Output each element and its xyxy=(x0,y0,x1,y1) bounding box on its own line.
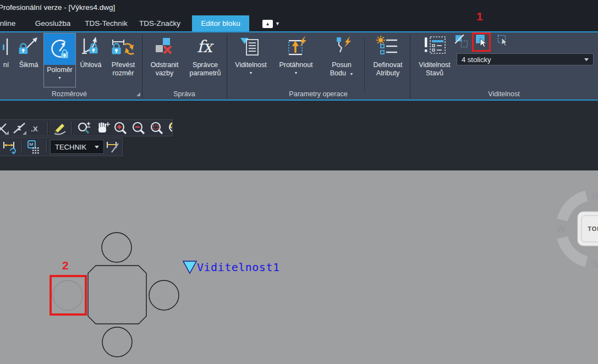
ribbon-button-viditelnost-stavu[interactable]: Viditelnost Stavů xyxy=(412,34,458,87)
group-label-viditelnost: Viditelnost xyxy=(410,90,598,98)
zoom-window-icon[interactable] xyxy=(150,120,164,135)
aligned-dimension-lock-icon xyxy=(17,35,41,58)
visibility-parameter-marker[interactable] xyxy=(183,261,196,273)
view-compass[interactable]: N W S TOP xyxy=(551,183,598,277)
visibility-parameter-label[interactable]: Viditelnost1 xyxy=(197,261,280,274)
application-window: Profesionální verze - [Výkres4.dwg] nlin… xyxy=(0,0,598,364)
zoom-out-icon[interactable] xyxy=(131,120,146,135)
toolbar-separator xyxy=(21,140,23,153)
annotation-step-2: 2 xyxy=(62,259,69,272)
define-attributes-icon xyxy=(375,35,401,58)
ribbon-button-posun-bodu[interactable]: Posun Bodu ▼ xyxy=(321,34,362,87)
hide-objects-button[interactable] xyxy=(455,35,468,50)
menu-tab-tds-znacky[interactable]: TDS-Značky xyxy=(131,15,189,31)
radius-dimension-lock-icon xyxy=(47,37,73,62)
ribbon-button-protahnout[interactable]: Protáhnout ▼ xyxy=(273,34,319,87)
compass-south-label[interactable]: S xyxy=(592,260,598,269)
chevron-down-icon: ▼ xyxy=(275,21,280,26)
sketch-pencil-icon[interactable] xyxy=(53,121,67,135)
mtext-grid-icon[interactable]: M xyxy=(27,140,42,155)
fx-parameters-icon: fx xyxy=(193,35,217,58)
group-label-rozmerove: Rozměrové xyxy=(0,90,139,98)
chair-right-entity[interactable] xyxy=(149,280,179,310)
compass-north-label[interactable]: N xyxy=(592,191,598,201)
ribbon-button-uhlova[interactable]: Úhlová xyxy=(76,34,105,87)
pan-hand-icon[interactable] xyxy=(95,121,110,135)
menu-tab-geosluzba[interactable]: Geoslužba xyxy=(25,15,80,31)
visibility-parameter-icon xyxy=(238,35,264,59)
visibility-state-combo[interactable]: 4 stolicky xyxy=(457,53,594,65)
chevron-down-icon: ▼ xyxy=(249,70,253,75)
ribbon-options-dropdown[interactable]: ▼ xyxy=(275,20,280,28)
window-title: Profesionální verze - [Výkres4.dwg] xyxy=(0,3,115,12)
menu-tab-editor-bloku[interactable]: Editor bloku xyxy=(192,15,249,31)
chevron-down-icon: ▼ xyxy=(294,70,298,75)
button-divider xyxy=(364,37,365,92)
zoom-in-icon[interactable] xyxy=(113,120,128,135)
hide-objects-icon xyxy=(455,35,468,48)
chevron-down-icon xyxy=(584,58,589,61)
ribbon-button-odstranit-vazby[interactable]: Odstranit vazby xyxy=(145,34,184,87)
menu-tab-online[interactable]: nline xyxy=(0,15,20,31)
dimension-edit-icon[interactable] xyxy=(106,140,120,155)
ribbon-button-spravce-parametru[interactable]: fx Správce parametrů xyxy=(184,34,226,87)
svg-text:M: M xyxy=(30,142,34,147)
zoom-previous-icon[interactable] xyxy=(168,120,173,135)
chair-top-entity[interactable] xyxy=(102,233,131,262)
intersection-snap-icon[interactable] xyxy=(0,121,9,135)
ribbon-button-viditelnost[interactable]: Viditelnost ▼ xyxy=(229,34,272,87)
point-filter-icon[interactable]: .X xyxy=(30,121,43,135)
chevron-down-icon: ▼ xyxy=(58,75,62,80)
annotation-box-1 xyxy=(472,32,491,52)
drawing-canvas[interactable]: 2 Viditelnost1 xyxy=(0,170,598,364)
dimension-partial-icon xyxy=(3,36,9,58)
svg-text:.X: .X xyxy=(31,125,38,133)
ribbon-button-polomer[interactable]: Poloměr ▼ xyxy=(43,33,76,87)
group-label-sprava: Správa xyxy=(142,90,227,98)
ribbon-button-sikma[interactable]: Šikmá xyxy=(15,34,42,87)
svg-text:fx: fx xyxy=(197,37,214,56)
chair-left-hidden-entity[interactable] xyxy=(53,280,83,310)
annotation-box-2 xyxy=(51,276,86,315)
ribbon-button-prevest-rozmer[interactable]: Převést rozměr xyxy=(106,34,141,87)
group-label-parametry-operace: Parametry operace xyxy=(227,90,410,98)
dimension-layer-toolbar: M TECHNIK xyxy=(0,137,123,156)
compass-top-label[interactable]: TOP xyxy=(588,225,598,232)
nearest-snap-icon[interactable] xyxy=(12,121,26,135)
panel-expander-icon[interactable] xyxy=(136,92,140,96)
group-divider xyxy=(227,34,227,98)
angular-dimension-lock-icon xyxy=(79,35,102,58)
dimension-update-icon[interactable] xyxy=(2,139,17,155)
title-and-tab-bar: Profesionální verze - [Výkres4.dwg] nlin… xyxy=(0,0,598,31)
state-select-icon xyxy=(497,35,512,49)
menu-tab-tds-technik[interactable]: TDS-Technik xyxy=(76,15,136,31)
zoom-realtime-icon[interactable] xyxy=(77,121,91,135)
ribbon-button-definovat-atributy[interactable]: Definovat Atributy xyxy=(366,34,410,87)
toolbar-separator xyxy=(46,140,47,153)
triangle-up-icon: ▲ xyxy=(266,21,270,26)
ribbon-collapse-button[interactable]: ▲ xyxy=(262,20,273,28)
chevron-down-icon xyxy=(95,146,99,148)
convert-dimension-lock-icon xyxy=(111,35,136,58)
snap-zoom-toolbar: .X xyxy=(0,119,173,136)
chevron-down-icon: ▼ xyxy=(349,71,353,76)
visibility-state-select-button[interactable] xyxy=(497,35,512,51)
toolbar-separator xyxy=(47,122,48,135)
annotation-step-1: 1 xyxy=(476,10,483,23)
point-move-action-icon xyxy=(330,35,353,59)
stretch-action-icon xyxy=(283,35,309,59)
toolbar-separator xyxy=(72,122,73,135)
compass-west-label[interactable]: W xyxy=(557,224,566,234)
table-entity[interactable] xyxy=(88,266,146,324)
group-divider xyxy=(142,34,142,98)
group-divider xyxy=(410,34,410,98)
ribbon: Rozměrové ní Šikmá xyxy=(0,32,598,100)
ribbon-button-clipped-dimension[interactable]: ní xyxy=(0,34,13,87)
chair-bottom-entity[interactable] xyxy=(102,327,132,357)
delete-constraints-icon xyxy=(153,35,176,58)
visibility-states-icon xyxy=(421,34,448,59)
layer-combo[interactable]: TECHNIK xyxy=(50,140,104,154)
